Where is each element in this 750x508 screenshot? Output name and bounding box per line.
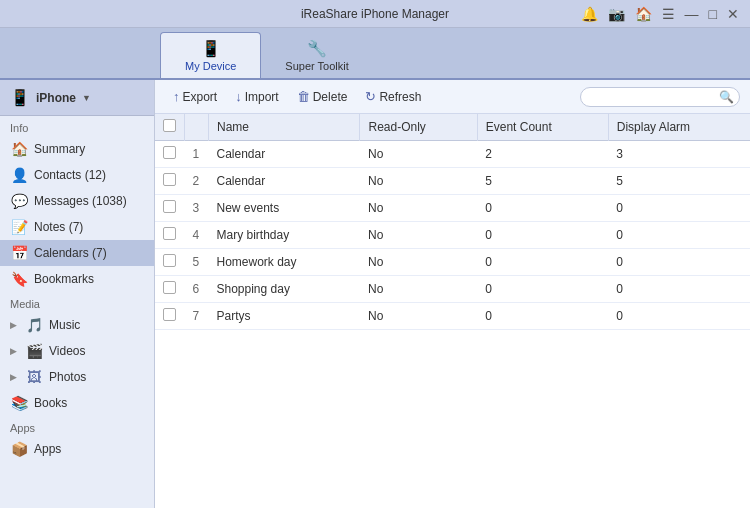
row-num: 7 — [185, 303, 209, 330]
videos-expand-icon[interactable]: ▶ — [10, 346, 17, 356]
import-button[interactable]: ↓ Import — [227, 86, 287, 107]
sidebar-item-bookmarks[interactable]: 🔖 Bookmarks — [0, 266, 154, 292]
maximize-button[interactable]: □ — [706, 6, 720, 22]
iphone-header[interactable]: 📱 iPhone ▼ — [0, 80, 154, 116]
row-name: New events — [209, 195, 360, 222]
row-num: 1 — [185, 141, 209, 168]
minimize-button[interactable]: — — [682, 6, 702, 22]
row-display-alarm: 0 — [608, 195, 750, 222]
tab-bar: 📱 My Device 🔧 Super Toolkit — [0, 28, 750, 80]
iphone-dropdown-arrow[interactable]: ▼ — [82, 93, 91, 103]
apps-icon: 📦 — [10, 441, 28, 457]
main-layout: 📱 iPhone ▼ Info 🏠 Summary 👤 Contacts (12… — [0, 80, 750, 508]
sidebar-item-contacts[interactable]: 👤 Contacts (12) — [0, 162, 154, 188]
messages-icon: 💬 — [10, 193, 28, 209]
row-read-only: No — [360, 141, 477, 168]
row-checkbox[interactable] — [163, 308, 176, 321]
row-num: 4 — [185, 222, 209, 249]
close-button[interactable]: ✕ — [724, 6, 742, 22]
row-name: Shopping day — [209, 276, 360, 303]
row-read-only: No — [360, 222, 477, 249]
contacts-icon: 👤 — [10, 167, 28, 183]
sidebar-item-calendars[interactable]: 📅 Calendars (7) — [0, 240, 154, 266]
search-input[interactable] — [589, 90, 719, 104]
section-label-info: Info — [0, 116, 154, 136]
row-checkbox-cell[interactable] — [155, 276, 185, 303]
sidebar-item-notes[interactable]: 📝 Notes (7) — [0, 214, 154, 240]
export-button[interactable]: ↑ Export — [165, 86, 225, 107]
sidebar-item-summary-label: Summary — [34, 142, 85, 156]
menu-icon[interactable]: ☰ — [659, 6, 678, 22]
row-checkbox-cell[interactable] — [155, 168, 185, 195]
sidebar-item-messages[interactable]: 💬 Messages (1038) — [0, 188, 154, 214]
sidebar-item-photos[interactable]: ▶ 🖼 Photos — [0, 364, 154, 390]
refresh-label: Refresh — [379, 90, 421, 104]
window-controls[interactable]: 🔔 📷 🏠 ☰ — □ ✕ — [578, 6, 742, 22]
sidebar-item-messages-label: Messages (1038) — [34, 194, 127, 208]
header-name: Name — [209, 114, 360, 141]
export-label: Export — [183, 90, 218, 104]
toolbar: ↑ Export ↓ Import 🗑 Delete ↻ Refresh 🔍 — [155, 80, 750, 114]
tab-my-device[interactable]: 📱 My Device — [160, 32, 261, 78]
sidebar-item-contacts-label: Contacts (12) — [34, 168, 106, 182]
tab-super-toolkit[interactable]: 🔧 Super Toolkit — [261, 33, 372, 78]
row-checkbox[interactable] — [163, 281, 176, 294]
row-event-count: 2 — [477, 141, 608, 168]
header-read-only: Read-Only — [360, 114, 477, 141]
row-name: Calendar — [209, 168, 360, 195]
row-num: 5 — [185, 249, 209, 276]
photos-expand-icon[interactable]: ▶ — [10, 372, 17, 382]
row-checkbox-cell[interactable] — [155, 222, 185, 249]
row-checkbox[interactable] — [163, 200, 176, 213]
row-checkbox[interactable] — [163, 227, 176, 240]
content-area: ↑ Export ↓ Import 🗑 Delete ↻ Refresh 🔍 — [155, 80, 750, 508]
table-header-row: Name Read-Only Event Count Display Alarm — [155, 114, 750, 141]
row-display-alarm: 0 — [608, 222, 750, 249]
sidebar-item-music-label: Music — [49, 318, 80, 332]
row-checkbox[interactable] — [163, 146, 176, 159]
home-icon[interactable]: 🏠 — [632, 6, 655, 22]
header-checkbox-cell[interactable] — [155, 114, 185, 141]
bookmarks-icon: 🔖 — [10, 271, 28, 287]
row-checkbox[interactable] — [163, 173, 176, 186]
camera-icon[interactable]: 📷 — [605, 6, 628, 22]
table-row: 4 Mary birthday No 0 0 — [155, 222, 750, 249]
delete-button[interactable]: 🗑 Delete — [289, 86, 356, 107]
delete-icon: 🗑 — [297, 89, 310, 104]
row-read-only: No — [360, 276, 477, 303]
sidebar-item-summary[interactable]: 🏠 Summary — [0, 136, 154, 162]
row-num: 3 — [185, 195, 209, 222]
sidebar-item-music[interactable]: ▶ 🎵 Music — [0, 312, 154, 338]
summary-icon: 🏠 — [10, 141, 28, 157]
app-title: iReaShare iPhone Manager — [301, 7, 449, 21]
row-name: Mary birthday — [209, 222, 360, 249]
row-checkbox-cell[interactable] — [155, 195, 185, 222]
music-expand-icon[interactable]: ▶ — [10, 320, 17, 330]
sidebar-item-books[interactable]: 📚 Books — [0, 390, 154, 416]
row-checkbox-cell[interactable] — [155, 303, 185, 330]
calendars-icon: 📅 — [10, 245, 28, 261]
sidebar-item-videos[interactable]: ▶ 🎬 Videos — [0, 338, 154, 364]
notification-icon[interactable]: 🔔 — [578, 6, 601, 22]
row-name: Calendar — [209, 141, 360, 168]
row-checkbox-cell[interactable] — [155, 249, 185, 276]
row-display-alarm: 0 — [608, 276, 750, 303]
table-row: 3 New events No 0 0 — [155, 195, 750, 222]
refresh-button[interactable]: ↻ Refresh — [357, 86, 429, 107]
row-read-only: No — [360, 303, 477, 330]
row-event-count: 0 — [477, 195, 608, 222]
notes-icon: 📝 — [10, 219, 28, 235]
header-checkbox[interactable] — [163, 119, 176, 132]
section-label-media: Media — [0, 292, 154, 312]
sidebar-item-apps[interactable]: 📦 Apps — [0, 436, 154, 462]
row-read-only: No — [360, 195, 477, 222]
search-box[interactable]: 🔍 — [580, 87, 740, 107]
title-bar: iReaShare iPhone Manager 🔔 📷 🏠 ☰ — □ ✕ — [0, 0, 750, 28]
iphone-label: iPhone — [36, 91, 76, 105]
sidebar-item-bookmarks-label: Bookmarks — [34, 272, 94, 286]
row-read-only: No — [360, 249, 477, 276]
header-event-count: Event Count — [477, 114, 608, 141]
sidebar: 📱 iPhone ▼ Info 🏠 Summary 👤 Contacts (12… — [0, 80, 155, 508]
row-checkbox-cell[interactable] — [155, 141, 185, 168]
row-checkbox[interactable] — [163, 254, 176, 267]
